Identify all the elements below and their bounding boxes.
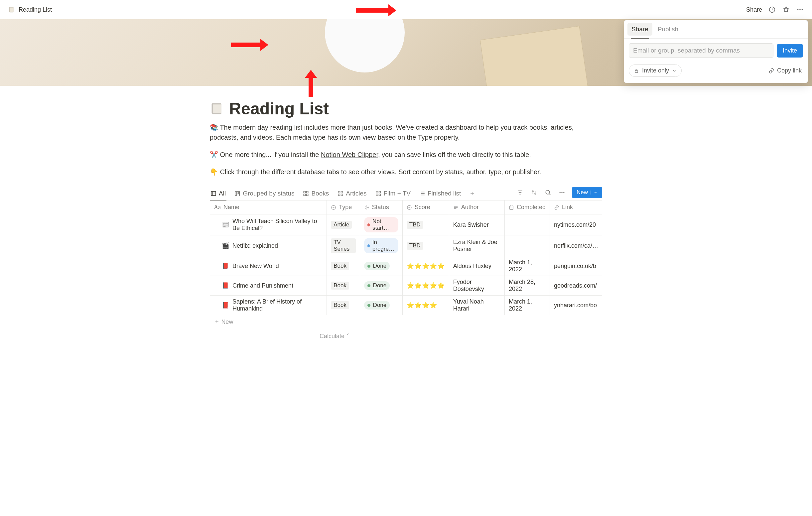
column-header-status[interactable]: Status <box>360 200 402 214</box>
share-tab-share[interactable]: Share <box>628 23 652 35</box>
svg-rect-12 <box>239 192 240 196</box>
page-icon-small <box>8 6 15 13</box>
column-header-score[interactable]: Score <box>402 200 449 214</box>
svg-point-30 <box>366 207 368 208</box>
svg-rect-21 <box>376 191 378 193</box>
score-stars: ⭐⭐⭐⭐⭐ <box>407 282 445 289</box>
desc-line-2a: One more thing... if you install the <box>218 151 321 158</box>
copy-link-button[interactable]: Copy link <box>768 67 802 74</box>
emoji-scissors-icon: ✂️ <box>210 151 218 158</box>
page-description[interactable]: 📚 The modern day reading list includes m… <box>210 122 602 177</box>
web-clipper-link[interactable]: Notion Web Clipper <box>321 151 378 158</box>
type-tag: TV Series <box>331 238 355 253</box>
table-row[interactable]: 📰Who Will Teach Silicon Valley to Be Eth… <box>210 214 602 235</box>
table-row[interactable]: 📕Sapiens: A Brief History of HumankindBo… <box>210 295 602 315</box>
completed-cell: March 1, 2022 <box>504 256 550 276</box>
star-icon[interactable] <box>782 6 790 13</box>
new-button[interactable]: New <box>572 187 602 198</box>
calculate-label: Calculate <box>320 333 345 340</box>
svg-rect-11 <box>237 192 239 194</box>
more-icon[interactable] <box>558 189 566 197</box>
row-icon: 📕 <box>222 302 229 309</box>
gallery-icon <box>303 191 309 197</box>
page-icon[interactable] <box>210 102 225 116</box>
svg-rect-8 <box>213 105 222 113</box>
share-button[interactable]: Share <box>746 6 762 13</box>
view-tab-books[interactable]: Books <box>302 187 329 200</box>
author-cell: Yuval Noah Harari <box>449 295 504 315</box>
author-cell: Fyodor Dostoevsky <box>449 276 504 295</box>
new-row-button[interactable]: + New <box>210 315 602 329</box>
svg-point-4 <box>800 9 801 10</box>
chevron-down-icon: ˅ <box>346 333 349 340</box>
column-header-name[interactable]: AaName <box>210 200 327 214</box>
svg-rect-19 <box>338 194 340 196</box>
table-row[interactable]: 📕Brave New WorldBookDone⭐⭐⭐⭐⭐Aldous Huxl… <box>210 256 602 276</box>
score-tag: TBD <box>407 221 423 229</box>
page-title[interactable]: Reading List <box>229 99 329 118</box>
annotation-arrow <box>356 8 389 12</box>
select-icon <box>331 205 336 210</box>
annotation-arrow <box>309 77 313 97</box>
status-pill: Done <box>364 262 390 270</box>
svg-point-5 <box>802 9 803 10</box>
svg-rect-23 <box>376 194 378 196</box>
invite-button[interactable]: Invite <box>777 44 803 58</box>
svg-point-26 <box>559 192 560 193</box>
view-tab-film[interactable]: Film + TV <box>375 187 411 200</box>
svg-rect-22 <box>379 191 380 193</box>
type-tag: Book <box>331 301 349 309</box>
completed-cell <box>504 235 550 256</box>
view-tab-finished[interactable]: Finished list <box>418 187 462 200</box>
calculate-button[interactable]: Calculate ˅ <box>210 329 602 343</box>
svg-rect-24 <box>379 194 380 196</box>
view-tab-all[interactable]: All <box>210 187 227 200</box>
copy-link-label: Copy link <box>777 67 802 74</box>
sort-icon[interactable] <box>530 189 538 197</box>
link-cell[interactable]: ynharari.com/bo <box>550 295 602 315</box>
status-icon <box>364 205 370 210</box>
row-icon: 📕 <box>222 262 229 270</box>
row-icon: 🎬 <box>222 242 229 249</box>
filter-icon[interactable] <box>516 189 524 197</box>
breadcrumb[interactable]: Reading List <box>8 6 52 13</box>
column-header-type[interactable]: Type <box>327 200 360 214</box>
row-name: Netflix: explained <box>232 242 278 249</box>
table-row[interactable]: 📕Crime and PunishmentBookDone⭐⭐⭐⭐⭐Fyodor… <box>210 276 602 295</box>
search-icon[interactable] <box>544 189 552 197</box>
share-tab-publish[interactable]: Publish <box>654 23 682 35</box>
table-row[interactable]: 🎬Netflix: explainedTV SeriesIn progre…TB… <box>210 235 602 256</box>
link-cell[interactable]: penguin.co.uk/b <box>550 256 602 276</box>
view-tab-label: All <box>219 190 226 197</box>
completed-cell: March 28, 2022 <box>504 276 550 295</box>
link-icon <box>768 68 775 74</box>
emoji-books-icon: 📚 <box>210 124 218 131</box>
access-level-label: Invite only <box>642 67 669 74</box>
link-cell[interactable]: goodreads.com/ <box>550 276 602 295</box>
more-icon[interactable] <box>796 6 804 13</box>
view-tab-grouped[interactable]: Grouped by status <box>234 187 295 200</box>
link-cell[interactable]: nytimes.com/20 <box>550 214 602 235</box>
row-name: Who Will Teach Silicon Valley to Be Ethi… <box>232 218 322 232</box>
column-header-link[interactable]: Link <box>550 200 602 214</box>
status-pill: In progre… <box>364 238 398 253</box>
access-level-dropdown[interactable]: Invite only <box>629 64 682 77</box>
svg-rect-6 <box>635 70 638 73</box>
column-header-completed[interactable]: Completed <box>504 200 550 214</box>
desc-line-1: The modern day reading list includes mor… <box>210 124 574 141</box>
clock-icon[interactable] <box>768 6 776 13</box>
score-tag: TBD <box>407 242 423 250</box>
share-email-input[interactable] <box>629 43 774 58</box>
svg-rect-1 <box>10 8 13 12</box>
link-cell[interactable]: netflix.com/ca/… <box>550 235 602 256</box>
new-button-label: New <box>577 189 588 196</box>
column-header-author[interactable]: Author <box>449 200 504 214</box>
add-view-button[interactable]: + <box>469 190 475 198</box>
text-prop-icon <box>453 205 459 210</box>
view-tab-label: Film + TV <box>384 190 411 197</box>
topbar: Reading List Share <box>0 0 812 19</box>
table-icon <box>210 191 216 197</box>
view-tab-articles[interactable]: Articles <box>337 187 367 200</box>
svg-point-31 <box>407 205 411 209</box>
list-icon <box>419 191 425 197</box>
